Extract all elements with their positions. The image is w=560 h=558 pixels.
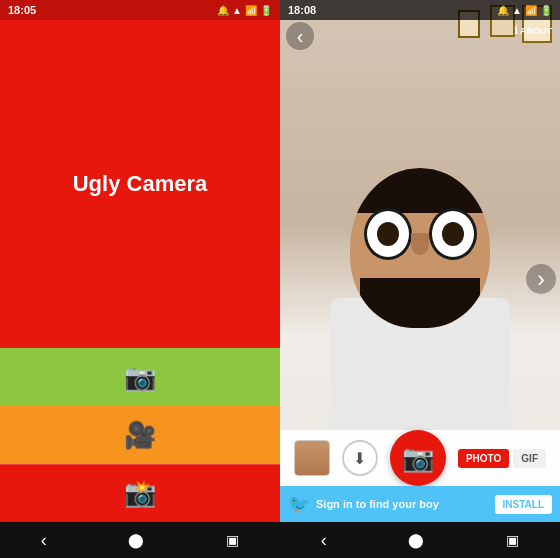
signal-icon: ▲ xyxy=(232,5,242,16)
left-main: Ugly Camera xyxy=(0,20,280,348)
alarm-icon: 🔔 xyxy=(217,5,229,16)
about-button[interactable]: ℹ ABOUT xyxy=(514,24,552,37)
photo-mode-button[interactable]: PHOTO xyxy=(458,449,509,468)
right-panel: 18:08 🔔 ▲ 📶 🔋 ‹ ℹ ABOUT › ⬇ 📷 PHOTO G xyxy=(280,0,560,558)
left-eye xyxy=(364,208,412,260)
left-recent-nav[interactable]: ▣ xyxy=(226,532,239,548)
camera-icon: 📷 xyxy=(124,362,156,393)
ad-text: Sign in to find your boy xyxy=(316,498,495,510)
thumb-face-image xyxy=(295,441,329,475)
left-status-bar: 18:05 🔔 ▲ 📶 🔋 xyxy=(0,0,280,20)
left-bottom-buttons: 📷 🎥 📸 xyxy=(0,348,280,522)
nose xyxy=(411,233,429,255)
person-head xyxy=(350,168,490,328)
right-nav-bar: ‹ ⬤ ▣ xyxy=(280,522,560,558)
ad-banner: 🐦 Sign in to find your boy INSTALL xyxy=(280,486,560,522)
thumbnail-preview[interactable] xyxy=(294,440,330,476)
twitter-bird-icon: 🐦 xyxy=(288,493,310,515)
right-eye xyxy=(429,208,477,260)
right-wifi-icon: 📶 xyxy=(525,5,537,16)
info-icon: ℹ xyxy=(514,24,518,37)
right-alarm-icon: 🔔 xyxy=(497,5,509,16)
left-status-icons: 🔔 ▲ 📶 🔋 xyxy=(217,5,272,16)
photo-button[interactable]: 📷 xyxy=(0,348,280,406)
right-back-button[interactable]: ‹ xyxy=(286,22,314,50)
instagram-button[interactable]: 📸 xyxy=(0,464,280,522)
video-button[interactable]: 🎥 xyxy=(0,406,280,464)
right-back-nav[interactable]: ‹ xyxy=(321,530,327,551)
person-container xyxy=(320,138,520,478)
right-status-icons: 🔔 ▲ 📶 🔋 xyxy=(497,5,552,16)
back-chevron-icon: ‹ xyxy=(297,25,304,48)
photo-gif-toggle: PHOTO GIF xyxy=(458,449,546,468)
chevron-right-button[interactable]: › xyxy=(526,264,556,294)
hair xyxy=(350,168,490,213)
left-time: 18:05 xyxy=(8,4,36,16)
wifi-icon: 📶 xyxy=(245,5,257,16)
right-status-bar: 18:08 🔔 ▲ 📶 🔋 xyxy=(280,0,560,20)
download-icon: ⬇ xyxy=(353,449,366,468)
install-button[interactable]: INSTALL xyxy=(495,495,552,514)
right-recent-nav[interactable]: ▣ xyxy=(506,532,519,548)
chevron-right-icon: › xyxy=(537,265,545,293)
right-home-nav[interactable]: ⬤ xyxy=(408,532,424,548)
left-home-nav[interactable]: ⬤ xyxy=(128,532,144,548)
video-icon: 🎥 xyxy=(124,420,156,451)
battery-icon: 🔋 xyxy=(260,5,272,16)
left-back-nav[interactable]: ‹ xyxy=(41,530,47,551)
left-nav-bar: ‹ ⬤ ▣ xyxy=(0,522,280,558)
right-battery-icon: 🔋 xyxy=(540,5,552,16)
right-bottom-controls: ⬇ 📷 PHOTO GIF xyxy=(280,430,560,486)
capture-button[interactable]: 📷 xyxy=(390,430,446,486)
download-button[interactable]: ⬇ xyxy=(342,440,378,476)
instagram-icon: 📸 xyxy=(124,478,156,509)
capture-camera-icon: 📷 xyxy=(402,443,434,474)
right-time: 18:08 xyxy=(288,4,316,16)
left-panel: 18:05 🔔 ▲ 📶 🔋 Ugly Camera 📷 🎥 📸 ‹ ⬤ ▣ xyxy=(0,0,280,558)
about-label: ABOUT xyxy=(520,26,552,36)
right-signal-icon: ▲ xyxy=(512,5,522,16)
gif-mode-button[interactable]: GIF xyxy=(513,449,546,468)
app-title: Ugly Camera xyxy=(73,171,208,197)
beard xyxy=(360,278,480,328)
